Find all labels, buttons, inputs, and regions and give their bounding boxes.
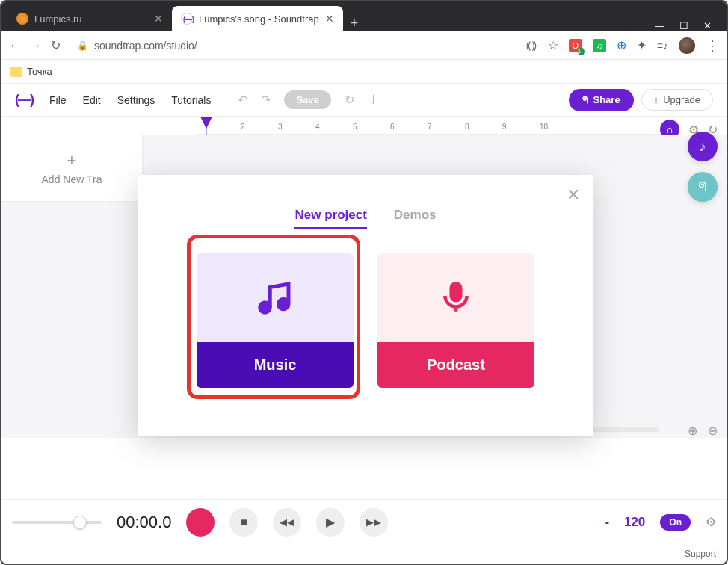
app-header: (—) File Edit Settings Tutorials ↶ ↷ Sav…: [1, 84, 727, 117]
close-icon[interactable]: ✕: [154, 13, 163, 25]
lock-icon: 🔒: [77, 40, 88, 51]
folder-icon: [10, 67, 22, 77]
menu-settings[interactable]: Settings: [117, 94, 155, 106]
tab-new-project[interactable]: New project: [294, 208, 366, 229]
people-icon: ᖗ: [582, 94, 588, 106]
music-card-image: [197, 253, 354, 342]
reading-list-icon[interactable]: ≡♪: [657, 40, 668, 52]
bookmark-folder[interactable]: Точка: [27, 66, 52, 77]
transport-bar: 00:00.0 ■ ◀◀ ▶ ▶▶ - 120 On ⚙: [1, 499, 727, 544]
metronome-toggle[interactable]: On: [660, 514, 691, 531]
project-type-cards: Music Podcast: [138, 253, 593, 388]
support-link[interactable]: Support: [685, 549, 716, 559]
music-card-label: Music: [197, 342, 354, 388]
fast-forward-button[interactable]: ▶▶: [360, 508, 388, 537]
zoom-in-icon[interactable]: ⊕: [688, 424, 697, 438]
url-box[interactable]: 🔒 soundtrap.com/studio/: [70, 35, 516, 56]
upload-icon: ↑: [654, 94, 659, 105]
play-button[interactable]: ▶: [316, 508, 345, 537]
zoom-controls: ⊕ ⊖: [688, 424, 718, 438]
music-icon: ♪: [700, 139, 706, 155]
upgrade-button[interactable]: ↑ Upgrade: [641, 89, 713, 111]
header-icons: ↶ ↷ Save ↻ ⭳: [238, 90, 379, 109]
transport-settings-icon[interactable]: ⚙: [706, 515, 716, 529]
key-display[interactable]: -: [605, 516, 609, 529]
zoom-out-icon[interactable]: ⊖: [708, 424, 718, 438]
record-button[interactable]: [186, 508, 215, 537]
collab-button[interactable]: ᖗ: [688, 172, 718, 202]
microphone-icon: [437, 279, 475, 316]
star-icon[interactable]: ☆: [548, 38, 558, 52]
url-text: soundtrap.com/studio/: [94, 40, 197, 52]
browser-tab-active[interactable]: (—) Lumpics's song - Soundtrap ✕: [172, 6, 343, 31]
tab-demos[interactable]: Demos: [394, 208, 437, 229]
browser-tab-inactive[interactable]: Lumpics.ru ✕: [7, 6, 172, 31]
undo-icon[interactable]: ↶: [238, 93, 247, 107]
timeline-ruler[interactable]: 2 3 4 5 6 7 8 9 10: [196, 117, 659, 135]
volume-thumb[interactable]: [73, 516, 87, 529]
soundtrap-logo[interactable]: (—): [15, 92, 33, 108]
volume-slider[interactable]: [12, 521, 102, 524]
sidebar-panel: + Add New Tra: [1, 135, 144, 202]
add-track-label: Add New Tra: [42, 173, 102, 185]
add-track-button[interactable]: + Add New Tra: [1, 135, 143, 201]
favicon-lumpics: [16, 13, 28, 25]
close-window-button[interactable]: ✕: [703, 20, 712, 31]
forward-button[interactable]: →: [30, 39, 42, 52]
share-button[interactable]: ᖗ Share: [569, 89, 633, 111]
window-controls: — ☐ ✕: [655, 20, 721, 31]
bookmark-bar: Точка: [1, 60, 727, 84]
menu-edit[interactable]: Edit: [83, 94, 101, 106]
new-project-modal: ✕ New project Demos Music Podcast: [138, 175, 593, 436]
close-icon[interactable]: ✕: [325, 13, 334, 25]
podcast-card[interactable]: Podcast: [377, 253, 534, 388]
sync-icon[interactable]: ↻: [345, 93, 354, 107]
back-button[interactable]: ←: [9, 39, 21, 52]
svg-rect-2: [451, 283, 461, 300]
bpm-display[interactable]: 120: [624, 515, 645, 530]
favicon-soundtrap: (—): [181, 13, 193, 25]
translate-icon[interactable]: ⟪⟫: [525, 40, 537, 52]
menu-file[interactable]: File: [49, 94, 67, 106]
rewind-button[interactable]: ◀◀: [273, 508, 301, 537]
kebab-menu-icon[interactable]: ⋮: [706, 37, 719, 54]
new-tab-button[interactable]: +: [343, 16, 366, 31]
save-button[interactable]: Save: [284, 90, 330, 109]
upgrade-label: Upgrade: [663, 94, 700, 105]
podcast-card-label: Podcast: [377, 342, 534, 388]
tab-title: Lumpics's song - Soundtrap: [199, 13, 319, 25]
share-label: Share: [593, 94, 620, 105]
opera-ext-icon[interactable]: O 1: [569, 39, 582, 52]
profile-avatar[interactable]: [679, 37, 695, 54]
people-icon: ᖗ: [698, 179, 707, 195]
browser-tab-bar: Lumpics.ru ✕ (—) Lumpics's song - Soundt…: [1, 1, 727, 31]
header-right: ᖗ Share ↑ Upgrade: [569, 89, 713, 111]
redo-icon[interactable]: ↷: [261, 93, 271, 107]
music-note-icon: [255, 277, 295, 318]
download-icon[interactable]: ⭳: [368, 93, 380, 107]
music-ext-icon[interactable]: ♫: [593, 39, 606, 52]
modal-tabs: New project Demos: [138, 175, 593, 229]
music-card[interactable]: Music: [197, 253, 354, 388]
menu-tutorials[interactable]: Tutorials: [171, 94, 211, 106]
extensions-icon[interactable]: ✦: [637, 38, 647, 52]
reload-button[interactable]: ↻: [51, 38, 61, 52]
globe-icon[interactable]: ⊕: [617, 38, 626, 52]
timecode-display: 00:00.0: [117, 513, 171, 532]
address-bar: ← → ↻ 🔒 soundtrap.com/studio/ ⟪⟫ ☆ O 1 ♫…: [1, 31, 727, 60]
minimize-button[interactable]: —: [655, 20, 664, 31]
maximize-button[interactable]: ☐: [679, 20, 688, 31]
stop-button[interactable]: ■: [229, 508, 258, 537]
loops-button[interactable]: ♪: [688, 132, 718, 161]
floating-buttons: ♪ ᖗ: [688, 132, 718, 202]
modal-close-button[interactable]: ✕: [567, 185, 580, 205]
tab-title: Lumpics.ru: [34, 13, 82, 25]
plus-icon: +: [67, 151, 77, 170]
address-actions: ⟪⟫ ☆ O 1 ♫ ⊕ ✦ ≡♪ ⋮: [525, 37, 719, 54]
podcast-card-image: [377, 253, 534, 342]
